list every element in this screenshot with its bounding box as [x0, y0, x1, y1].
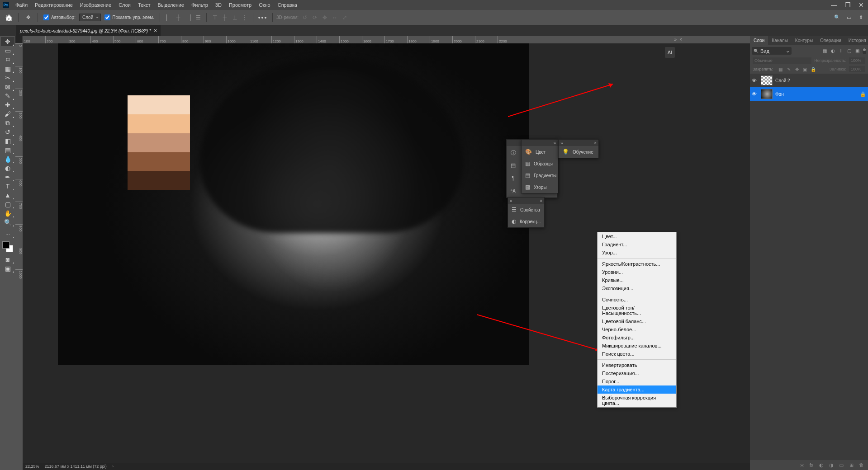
filter-toggle[interactable]: [863, 48, 866, 54]
menu-select[interactable]: Выделение: [154, 0, 188, 10]
align-distribute-icon[interactable]: ☰: [194, 13, 203, 22]
layer-thumbnail[interactable]: [761, 75, 773, 85]
filter-pixel-icon[interactable]: ▦: [821, 47, 828, 55]
blend-mode-select[interactable]: Обычные: [753, 57, 811, 64]
layer-styles-icon[interactable]: fx: [807, 462, 816, 468]
properties-icon[interactable]: ▤: [508, 160, 518, 170]
move-tool[interactable]: ✥: [1, 37, 14, 46]
menu-filter[interactable]: Фильтр: [188, 0, 212, 10]
filter-adjust-icon[interactable]: ◐: [829, 47, 836, 55]
document-tab[interactable]: pexels-ike-louie-natividad-6279440.jpg @…: [16, 25, 161, 36]
edit-toolbar[interactable]: ⋯: [1, 230, 14, 239]
context-menu-item[interactable]: Цвет...: [598, 232, 676, 240]
glyph-icon[interactable]: ᵃA: [508, 186, 518, 196]
menu-edit[interactable]: Редактирование: [31, 0, 76, 10]
eyedropper-tool[interactable]: ✎: [1, 91, 14, 100]
menu-image[interactable]: Изображение: [76, 0, 115, 10]
window-close[interactable]: ✕: [854, 0, 868, 10]
info-icon[interactable]: ⓘ: [508, 148, 518, 158]
hand-tool[interactable]: ✋: [1, 209, 14, 218]
layer-filter-kind[interactable]: Вид⌄: [752, 47, 792, 55]
marquee-tool[interactable]: ▭: [1, 46, 14, 55]
menu-file[interactable]: Файл: [12, 0, 31, 10]
context-menu-item[interactable]: Цветовой баланс...: [598, 317, 676, 325]
link-layers-icon[interactable]: ⫘: [797, 462, 806, 468]
tab-paths[interactable]: Контуры: [792, 36, 816, 45]
layer-mask-icon[interactable]: ◐: [817, 462, 825, 468]
collapse-tabs[interactable]: »×: [674, 36, 683, 43]
panel-color-tab[interactable]: 🎨Цвет: [522, 146, 562, 158]
lasso-tool[interactable]: ⌑: [1, 55, 14, 64]
close-tab-icon[interactable]: ×: [154, 28, 157, 34]
search-icon[interactable]: 🔍: [833, 13, 842, 22]
context-menu-item[interactable]: Инвертировать: [598, 361, 676, 369]
healing-tool[interactable]: ✚: [1, 100, 14, 109]
context-menu-item[interactable]: Постеризация...: [598, 369, 676, 377]
character-icon[interactable]: ¶: [508, 173, 518, 183]
lock-all-icon[interactable]: 🔒: [810, 66, 817, 73]
pen-tool[interactable]: ✒: [1, 173, 14, 182]
context-menu-item[interactable]: Яркость/Контрастность...: [598, 260, 676, 268]
context-menu-item[interactable]: Поиск цвета...: [598, 350, 676, 358]
context-menu-item[interactable]: Сочность...: [598, 296, 676, 304]
lock-artboard-icon[interactable]: ▣: [802, 66, 809, 73]
context-menu-item[interactable]: Уровни...: [598, 268, 676, 276]
window-maximize[interactable]: ❐: [841, 0, 854, 10]
layer-row[interactable]: 👁 Фон 🔒: [750, 87, 868, 101]
panel-swatches-tab[interactable]: ▦Образцы: [522, 158, 562, 169]
show-transform-checkbox[interactable]: Показать упр. элем.: [103, 14, 156, 20]
frame-tool[interactable]: ⊠: [1, 82, 14, 91]
window-minimize[interactable]: —: [827, 0, 841, 10]
menu-3d[interactable]: 3D: [212, 0, 225, 10]
lock-paint-icon[interactable]: ✎: [785, 66, 792, 73]
filter-shape-icon[interactable]: ▢: [845, 47, 853, 55]
menu-help[interactable]: Справка: [274, 0, 301, 10]
dodge-tool[interactable]: ◐: [1, 164, 14, 173]
align-distribute-v-icon[interactable]: ⋮: [240, 13, 249, 22]
context-menu-item[interactable]: Порог...: [598, 377, 676, 385]
visibility-icon[interactable]: 👁: [752, 78, 758, 83]
lock-position-icon[interactable]: ✥: [793, 66, 801, 73]
panel-adjustments-tab[interactable]: ◐Коррекц...: [508, 216, 549, 227]
align-bottom-icon[interactable]: ⊥: [230, 13, 239, 22]
context-menu-item[interactable]: Градиент...: [598, 240, 676, 249]
layer-name[interactable]: Фон: [775, 92, 784, 97]
eraser-tool[interactable]: ◧: [1, 136, 14, 146]
align-right-icon[interactable]: ▕: [184, 13, 193, 22]
zoom-level[interactable]: 22,25%: [25, 464, 39, 469]
home-button[interactable]: [3, 12, 14, 24]
align-top-icon[interactable]: ⊤: [210, 13, 219, 22]
context-menu-item[interactable]: Микширование каналов...: [598, 342, 676, 350]
workspace-icon[interactable]: ▭: [844, 13, 854, 22]
fill-value[interactable]: 100%: [849, 66, 865, 72]
context-menu-item[interactable]: Узор...: [598, 249, 676, 257]
blur-tool[interactable]: 💧: [1, 155, 14, 164]
context-menu-item[interactable]: Цветовой тон/Насыщенность...: [598, 304, 676, 317]
panel-properties-tab[interactable]: ☰Свойства: [508, 204, 549, 216]
filter-smart-icon[interactable]: ▣: [854, 47, 861, 55]
adjustment-layer-icon[interactable]: ◑: [827, 462, 835, 468]
align-middle-icon[interactable]: ┼: [220, 13, 229, 22]
lock-pixels-icon[interactable]: ▦: [777, 66, 784, 73]
stamp-tool[interactable]: ⧉: [1, 118, 14, 127]
layer-thumbnail[interactable]: [761, 89, 773, 99]
quickmask-tool[interactable]: ◙: [1, 255, 14, 264]
context-menu-item[interactable]: Кривые...: [598, 276, 676, 284]
context-menu-item[interactable]: Фотофильтр...: [598, 334, 676, 342]
share-icon[interactable]: ⇪: [856, 13, 865, 22]
panel-gradients-tab[interactable]: ▤Градиенты: [522, 169, 562, 181]
layer-row[interactable]: 👁 Слой 2: [750, 74, 868, 87]
tab-layers[interactable]: Слои: [750, 36, 768, 45]
tab-actions[interactable]: Операции: [816, 36, 845, 45]
foreground-color[interactable]: [2, 241, 9, 249]
context-menu-item[interactable]: Черно-белое...: [598, 325, 676, 334]
context-menu-item[interactable]: Выборочная коррекция цвета...: [598, 394, 676, 407]
object-select-tool[interactable]: ▦: [1, 64, 14, 73]
opacity-value[interactable]: 100%: [849, 57, 865, 64]
layer-name[interactable]: Слой 2: [775, 78, 790, 83]
align-left-icon[interactable]: ▏: [164, 13, 173, 22]
filter-type-icon[interactable]: T: [837, 47, 844, 55]
panel-learn-tab[interactable]: 💡Обучение: [559, 146, 599, 158]
tab-history[interactable]: История: [845, 36, 868, 45]
tab-channels[interactable]: Каналы: [768, 36, 792, 45]
